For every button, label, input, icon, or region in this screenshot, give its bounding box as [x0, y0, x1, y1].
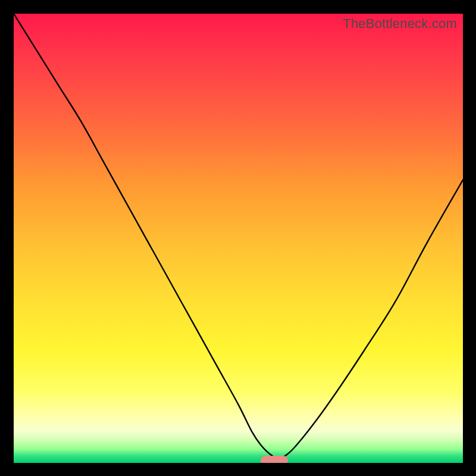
- chart-frame: TheBottleneck.com: [0, 0, 476, 476]
- optimal-marker: [261, 456, 288, 463]
- bottleneck-curve: [14, 14, 463, 463]
- watermark-text: TheBottleneck.com: [343, 16, 457, 32]
- plot-area: TheBottleneck.com: [14, 14, 463, 463]
